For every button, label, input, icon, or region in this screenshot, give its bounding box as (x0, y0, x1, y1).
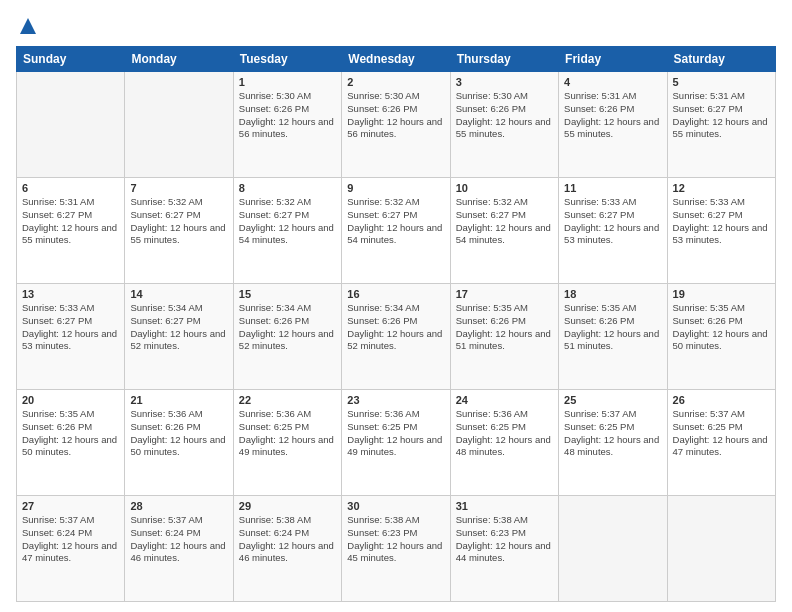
calendar-day-cell: 28Sunrise: 5:37 AM Sunset: 6:24 PM Dayli… (125, 496, 233, 602)
day-number: 11 (564, 182, 661, 194)
calendar-day-cell: 13Sunrise: 5:33 AM Sunset: 6:27 PM Dayli… (17, 284, 125, 390)
day-info: Sunrise: 5:32 AM Sunset: 6:27 PM Dayligh… (456, 196, 553, 247)
calendar-day-cell: 26Sunrise: 5:37 AM Sunset: 6:25 PM Dayli… (667, 390, 775, 496)
day-number: 24 (456, 394, 553, 406)
calendar-week-row: 20Sunrise: 5:35 AM Sunset: 6:26 PM Dayli… (17, 390, 776, 496)
day-info: Sunrise: 5:31 AM Sunset: 6:27 PM Dayligh… (22, 196, 119, 247)
calendar-day-cell: 18Sunrise: 5:35 AM Sunset: 6:26 PM Dayli… (559, 284, 667, 390)
calendar-day-cell: 25Sunrise: 5:37 AM Sunset: 6:25 PM Dayli… (559, 390, 667, 496)
day-number: 30 (347, 500, 444, 512)
day-info: Sunrise: 5:31 AM Sunset: 6:26 PM Dayligh… (564, 90, 661, 141)
day-header-monday: Monday (125, 47, 233, 72)
calendar-table: SundayMondayTuesdayWednesdayThursdayFrid… (16, 46, 776, 602)
calendar-day-cell: 10Sunrise: 5:32 AM Sunset: 6:27 PM Dayli… (450, 178, 558, 284)
day-number: 22 (239, 394, 336, 406)
day-header-wednesday: Wednesday (342, 47, 450, 72)
day-number: 23 (347, 394, 444, 406)
day-number: 28 (130, 500, 227, 512)
day-info: Sunrise: 5:37 AM Sunset: 6:24 PM Dayligh… (22, 514, 119, 565)
day-number: 26 (673, 394, 770, 406)
day-number: 10 (456, 182, 553, 194)
day-info: Sunrise: 5:35 AM Sunset: 6:26 PM Dayligh… (673, 302, 770, 353)
day-info: Sunrise: 5:37 AM Sunset: 6:25 PM Dayligh… (564, 408, 661, 459)
calendar-week-row: 13Sunrise: 5:33 AM Sunset: 6:27 PM Dayli… (17, 284, 776, 390)
calendar-day-cell: 9Sunrise: 5:32 AM Sunset: 6:27 PM Daylig… (342, 178, 450, 284)
calendar-day-cell (559, 496, 667, 602)
day-number: 21 (130, 394, 227, 406)
day-header-friday: Friday (559, 47, 667, 72)
day-number: 13 (22, 288, 119, 300)
calendar-day-cell: 12Sunrise: 5:33 AM Sunset: 6:27 PM Dayli… (667, 178, 775, 284)
day-number: 2 (347, 76, 444, 88)
day-number: 12 (673, 182, 770, 194)
day-info: Sunrise: 5:36 AM Sunset: 6:25 PM Dayligh… (239, 408, 336, 459)
day-info: Sunrise: 5:35 AM Sunset: 6:26 PM Dayligh… (564, 302, 661, 353)
day-number: 4 (564, 76, 661, 88)
day-info: Sunrise: 5:38 AM Sunset: 6:23 PM Dayligh… (347, 514, 444, 565)
day-number: 19 (673, 288, 770, 300)
calendar-day-cell: 7Sunrise: 5:32 AM Sunset: 6:27 PM Daylig… (125, 178, 233, 284)
calendar-day-cell: 17Sunrise: 5:35 AM Sunset: 6:26 PM Dayli… (450, 284, 558, 390)
day-number: 16 (347, 288, 444, 300)
calendar-day-cell (125, 72, 233, 178)
day-info: Sunrise: 5:36 AM Sunset: 6:25 PM Dayligh… (347, 408, 444, 459)
day-info: Sunrise: 5:33 AM Sunset: 6:27 PM Dayligh… (22, 302, 119, 353)
calendar-week-row: 27Sunrise: 5:37 AM Sunset: 6:24 PM Dayli… (17, 496, 776, 602)
day-number: 17 (456, 288, 553, 300)
calendar-day-cell: 30Sunrise: 5:38 AM Sunset: 6:23 PM Dayli… (342, 496, 450, 602)
calendar-day-cell (17, 72, 125, 178)
calendar-day-cell: 15Sunrise: 5:34 AM Sunset: 6:26 PM Dayli… (233, 284, 341, 390)
day-info: Sunrise: 5:31 AM Sunset: 6:27 PM Dayligh… (673, 90, 770, 141)
day-info: Sunrise: 5:38 AM Sunset: 6:23 PM Dayligh… (456, 514, 553, 565)
calendar-day-cell: 31Sunrise: 5:38 AM Sunset: 6:23 PM Dayli… (450, 496, 558, 602)
calendar-day-cell: 24Sunrise: 5:36 AM Sunset: 6:25 PM Dayli… (450, 390, 558, 496)
day-number: 7 (130, 182, 227, 194)
day-number: 18 (564, 288, 661, 300)
day-number: 15 (239, 288, 336, 300)
calendar-day-cell: 21Sunrise: 5:36 AM Sunset: 6:26 PM Dayli… (125, 390, 233, 496)
day-info: Sunrise: 5:36 AM Sunset: 6:25 PM Dayligh… (456, 408, 553, 459)
calendar-day-cell: 2Sunrise: 5:30 AM Sunset: 6:26 PM Daylig… (342, 72, 450, 178)
calendar-day-cell: 20Sunrise: 5:35 AM Sunset: 6:26 PM Dayli… (17, 390, 125, 496)
day-info: Sunrise: 5:32 AM Sunset: 6:27 PM Dayligh… (239, 196, 336, 247)
logo (16, 16, 38, 36)
day-info: Sunrise: 5:30 AM Sunset: 6:26 PM Dayligh… (347, 90, 444, 141)
day-number: 20 (22, 394, 119, 406)
day-header-saturday: Saturday (667, 47, 775, 72)
day-number: 1 (239, 76, 336, 88)
calendar-week-row: 1Sunrise: 5:30 AM Sunset: 6:26 PM Daylig… (17, 72, 776, 178)
day-info: Sunrise: 5:33 AM Sunset: 6:27 PM Dayligh… (673, 196, 770, 247)
calendar-day-cell: 5Sunrise: 5:31 AM Sunset: 6:27 PM Daylig… (667, 72, 775, 178)
day-info: Sunrise: 5:37 AM Sunset: 6:24 PM Dayligh… (130, 514, 227, 565)
calendar-day-cell: 27Sunrise: 5:37 AM Sunset: 6:24 PM Dayli… (17, 496, 125, 602)
calendar-day-cell: 22Sunrise: 5:36 AM Sunset: 6:25 PM Dayli… (233, 390, 341, 496)
calendar-day-cell: 29Sunrise: 5:38 AM Sunset: 6:24 PM Dayli… (233, 496, 341, 602)
day-info: Sunrise: 5:30 AM Sunset: 6:26 PM Dayligh… (456, 90, 553, 141)
day-info: Sunrise: 5:34 AM Sunset: 6:26 PM Dayligh… (347, 302, 444, 353)
calendar-day-cell: 19Sunrise: 5:35 AM Sunset: 6:26 PM Dayli… (667, 284, 775, 390)
day-header-tuesday: Tuesday (233, 47, 341, 72)
day-info: Sunrise: 5:37 AM Sunset: 6:25 PM Dayligh… (673, 408, 770, 459)
calendar-header-row: SundayMondayTuesdayWednesdayThursdayFrid… (17, 47, 776, 72)
calendar-day-cell: 14Sunrise: 5:34 AM Sunset: 6:27 PM Dayli… (125, 284, 233, 390)
day-number: 27 (22, 500, 119, 512)
day-header-sunday: Sunday (17, 47, 125, 72)
logo-icon (18, 16, 38, 36)
calendar-day-cell: 4Sunrise: 5:31 AM Sunset: 6:26 PM Daylig… (559, 72, 667, 178)
calendar-day-cell (667, 496, 775, 602)
day-info: Sunrise: 5:33 AM Sunset: 6:27 PM Dayligh… (564, 196, 661, 247)
day-info: Sunrise: 5:35 AM Sunset: 6:26 PM Dayligh… (456, 302, 553, 353)
day-number: 6 (22, 182, 119, 194)
calendar-week-row: 6Sunrise: 5:31 AM Sunset: 6:27 PM Daylig… (17, 178, 776, 284)
day-number: 14 (130, 288, 227, 300)
header (16, 16, 776, 36)
page-container: SundayMondayTuesdayWednesdayThursdayFrid… (0, 0, 792, 612)
day-number: 29 (239, 500, 336, 512)
day-info: Sunrise: 5:34 AM Sunset: 6:26 PM Dayligh… (239, 302, 336, 353)
calendar-day-cell: 11Sunrise: 5:33 AM Sunset: 6:27 PM Dayli… (559, 178, 667, 284)
day-number: 31 (456, 500, 553, 512)
calendar-day-cell: 6Sunrise: 5:31 AM Sunset: 6:27 PM Daylig… (17, 178, 125, 284)
day-number: 25 (564, 394, 661, 406)
day-info: Sunrise: 5:32 AM Sunset: 6:27 PM Dayligh… (130, 196, 227, 247)
day-info: Sunrise: 5:34 AM Sunset: 6:27 PM Dayligh… (130, 302, 227, 353)
